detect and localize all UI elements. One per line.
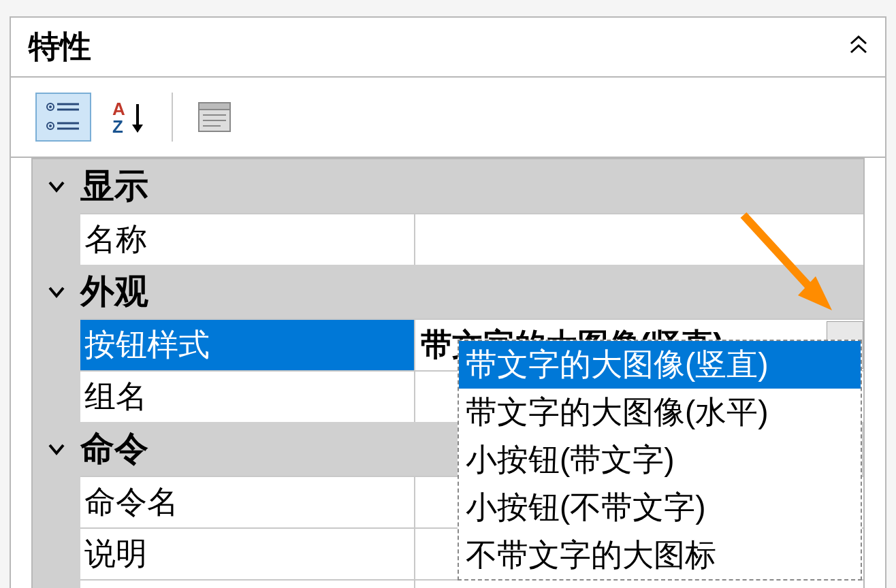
indent-cell xyxy=(33,527,80,579)
svg-text:Z: Z xyxy=(112,116,123,135)
property-label: 按钮样式 xyxy=(80,318,414,370)
dropdown-option[interactable]: 不带文字的大图标 xyxy=(459,532,861,579)
property-label: 名称 xyxy=(80,213,414,265)
property-label: 说明 xyxy=(80,527,414,579)
group-header-appearance[interactable]: 外观 xyxy=(33,265,863,318)
properties-panel: 特性 A Z xyxy=(10,16,886,588)
chevron-down-icon[interactable] xyxy=(33,159,80,213)
indent-cell xyxy=(33,476,80,527)
indent-cell xyxy=(33,318,80,370)
toolbar: A Z xyxy=(11,78,885,158)
group-header-display[interactable]: 显示 xyxy=(33,159,863,213)
panel-title: 特性 xyxy=(29,26,91,68)
property-value[interactable] xyxy=(414,213,863,265)
chevron-down-icon[interactable] xyxy=(33,422,80,476)
group-label: 外观 xyxy=(80,265,863,318)
categorized-view-button[interactable] xyxy=(35,93,91,142)
indent-cell xyxy=(33,579,80,588)
property-pages-button[interactable] xyxy=(187,93,242,142)
property-grid: 显示 名称 外观 按钮样式 带文字的大图像(竖直) 组名 xyxy=(31,158,865,588)
property-row-name[interactable]: 名称 xyxy=(33,213,863,265)
collapse-icon[interactable] xyxy=(848,35,869,60)
indent-cell xyxy=(33,213,80,265)
panel-header: 特性 xyxy=(11,18,885,78)
property-label: 命令名 xyxy=(80,476,414,527)
svg-point-1 xyxy=(49,105,52,108)
svg-marker-11 xyxy=(132,125,143,133)
svg-rect-13 xyxy=(199,103,230,110)
dropdown-option[interactable]: 小按钮(带文字) xyxy=(459,436,861,484)
group-label: 显示 xyxy=(80,159,863,213)
toolbar-divider xyxy=(172,93,173,142)
indent-cell xyxy=(33,370,80,422)
dropdown-option[interactable]: 小按钮(不带文字) xyxy=(459,484,861,532)
property-label: 扩展型帮助文件 xyxy=(80,579,414,588)
chevron-down-icon[interactable] xyxy=(33,265,80,318)
dropdown-list[interactable]: 带文字的大图像(竖直) 带文字的大图像(水平) 小按钮(带文字) 小按钮(不带文… xyxy=(458,340,862,581)
alphabetical-view-button[interactable]: A Z xyxy=(102,93,158,142)
dropdown-option[interactable]: 带文字的大图像(水平) xyxy=(459,389,861,436)
dropdown-option[interactable]: 带文字的大图像(竖直) xyxy=(459,341,861,389)
property-label: 组名 xyxy=(80,370,414,422)
svg-point-5 xyxy=(49,125,52,127)
